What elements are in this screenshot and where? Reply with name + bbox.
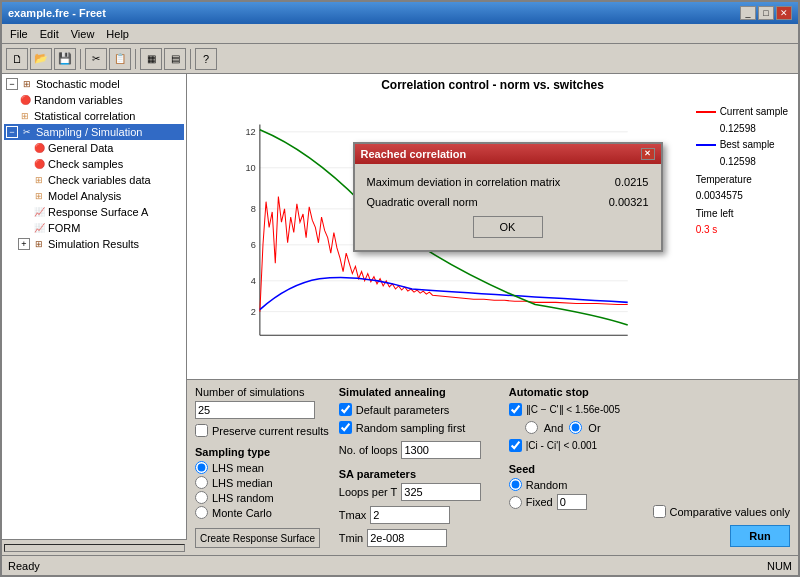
tool-btn-5[interactable]: 📋 <box>109 48 131 70</box>
legend-current-line <box>696 111 716 113</box>
main-window: example.fre - Freet _ □ ✕ File Edit View… <box>0 0 800 577</box>
menu-view[interactable]: View <box>65 25 101 42</box>
radio-lhs-random: LHS random <box>195 491 329 504</box>
maximize-button[interactable]: □ <box>758 6 774 20</box>
expand-sampling[interactable]: − <box>6 126 18 138</box>
legend-best-line <box>696 144 716 146</box>
sidebar-item-check-samples[interactable]: 🔴 Check samples <box>4 156 184 172</box>
dialog-close-button[interactable]: ✕ <box>641 148 655 160</box>
tool-btn-6[interactable]: ▦ <box>140 48 162 70</box>
create-response-button[interactable]: Create Response Surface <box>195 528 320 548</box>
sidebar-item-random[interactable]: 🔴 Random variables <box>4 92 184 108</box>
random-icon: 🔴 <box>18 93 32 107</box>
radio-monte-carlo-input[interactable] <box>195 506 208 519</box>
sa-params-label: SA parameters <box>339 468 499 480</box>
response-icon: 📈 <box>32 205 46 219</box>
menu-file[interactable]: File <box>4 25 34 42</box>
auto-stop-norm-item: ‖C − C'‖ < 1.56e-005 <box>509 403 639 416</box>
window-title: example.fre - Freet <box>8 7 106 19</box>
sampling-type-label: Sampling type <box>195 446 329 458</box>
dialog-title: Reached correlation ✕ <box>355 144 661 164</box>
sidebar-item-general[interactable]: 🔴 General Data <box>4 140 184 156</box>
toolbar-separator-2 <box>135 49 136 69</box>
minimize-button[interactable]: _ <box>740 6 756 20</box>
tmin-row: Tmin <box>339 529 499 547</box>
svg-text:10: 10 <box>245 163 255 173</box>
legend-best: Best sample <box>696 137 788 153</box>
legend-time-left-value: 0.3 s <box>696 222 788 238</box>
sidebar-item-simulation-results[interactable]: + ⊞ Simulation Results <box>4 236 184 252</box>
new-button[interactable]: 🗋 <box>6 48 28 70</box>
radio-lhs-random-input[interactable] <box>195 491 208 504</box>
sidebar-item-check-variables[interactable]: ⊞ Check variables data <box>4 172 184 188</box>
expand-results[interactable]: + <box>18 238 30 250</box>
radio-lhs-mean: LHS mean <box>195 461 329 474</box>
left-form-section: Number of simulations Preserve current r… <box>195 386 329 549</box>
correlation-icon: ⊞ <box>18 109 32 123</box>
auto-stop-section: Automatic stop ‖C − C'‖ < 1.56e-005 And … <box>509 386 639 549</box>
right-area: Correlation control - norm vs. switches … <box>187 74 798 555</box>
results-icon: ⊞ <box>32 237 46 251</box>
tool-btn-4[interactable]: ✂ <box>85 48 107 70</box>
chart-legend: Current sample 0.12598 Best sample 0.125… <box>696 104 788 238</box>
default-params-checkbox[interactable] <box>339 403 352 416</box>
sidebar-item-stochastic[interactable]: − ⊞ Stochastic model <box>4 76 184 92</box>
toolbar-separator-1 <box>80 49 81 69</box>
radio-lhs-median: LHS median <box>195 476 329 489</box>
tool-btn-7[interactable]: ▤ <box>164 48 186 70</box>
menu-help[interactable]: Help <box>100 25 135 42</box>
save-button[interactable]: 💾 <box>54 48 76 70</box>
sidebar-item-model-analysis[interactable]: ⊞ Model Analysis <box>4 188 184 204</box>
preserve-checkbox-item: Preserve current results <box>195 424 329 437</box>
ci-checkbox[interactable] <box>509 439 522 452</box>
num-simulations-input[interactable] <box>195 401 315 419</box>
sidebar-item-sampling[interactable]: − ✂ Sampling / Simulation <box>4 124 184 140</box>
seed-fixed-input[interactable] <box>557 494 587 510</box>
legend-time-left-label: Time left <box>696 206 788 222</box>
loops-per-T-input[interactable] <box>401 483 481 501</box>
dialog-buttons: OK <box>367 216 649 238</box>
reached-correlation-dialog: Reached correlation ✕ Maximum deviation … <box>353 142 663 252</box>
close-button[interactable]: ✕ <box>776 6 792 20</box>
or-radio[interactable] <box>569 421 582 434</box>
auto-stop-norm-checkbox[interactable] <box>509 403 522 416</box>
num-simulations-label: Number of simulations <box>195 386 329 398</box>
and-radio[interactable] <box>525 421 538 434</box>
title-bar-buttons: _ □ ✕ <box>740 6 792 20</box>
svg-text:8: 8 <box>251 204 256 214</box>
legend-current: Current sample <box>696 104 788 120</box>
tmax-input[interactable] <box>370 506 450 524</box>
sampling-type-group: LHS mean LHS median LHS random Mont <box>195 461 329 519</box>
legend-best-value: 0.12598 <box>696 154 788 170</box>
random-sampling-checkbox-item: Random sampling first <box>339 421 499 434</box>
check-variables-icon: ⊞ <box>32 173 46 187</box>
no-loops-input[interactable] <box>401 441 481 459</box>
radio-lhs-median-input[interactable] <box>195 476 208 489</box>
help-button[interactable]: ? <box>195 48 217 70</box>
svg-text:4: 4 <box>251 276 256 286</box>
menu-edit[interactable]: Edit <box>34 25 65 42</box>
preserve-checkbox[interactable] <box>195 424 208 437</box>
ok-button[interactable]: OK <box>473 216 543 238</box>
sidebar-scrollbar[interactable] <box>2 539 187 555</box>
tmin-input[interactable] <box>367 529 447 547</box>
dialog-content: Maximum deviation in correlation matrix … <box>355 164 661 250</box>
run-button[interactable]: Run <box>730 525 790 547</box>
sidebar-item-correlation[interactable]: ⊞ Statistical correlation <box>4 108 184 124</box>
open-button[interactable]: 📂 <box>30 48 52 70</box>
status-ready: Ready <box>8 560 40 572</box>
sidebar-item-form[interactable]: 📈 FORM <box>4 220 184 236</box>
toolbar: 🗋 📂 💾 ✂ 📋 ▦ ▤ ? <box>2 44 798 74</box>
general-icon: 🔴 <box>32 141 46 155</box>
expand-stochastic[interactable]: − <box>6 78 18 90</box>
radio-lhs-mean-input[interactable] <box>195 461 208 474</box>
sidebar: − ⊞ Stochastic model 🔴 Random variables … <box>2 74 187 539</box>
seed-fixed-radio[interactable] <box>509 496 522 509</box>
seed-random-radio[interactable] <box>509 478 522 491</box>
random-sampling-checkbox[interactable] <box>339 421 352 434</box>
sidebar-item-response[interactable]: 📈 Response Surface A <box>4 204 184 220</box>
comparative-checkbox[interactable] <box>653 505 666 518</box>
comparative-checkbox-item: Comparative values only <box>653 505 790 518</box>
dialog-row-1: Maximum deviation in correlation matrix … <box>367 176 649 188</box>
seed-random-item: Random <box>509 478 639 491</box>
